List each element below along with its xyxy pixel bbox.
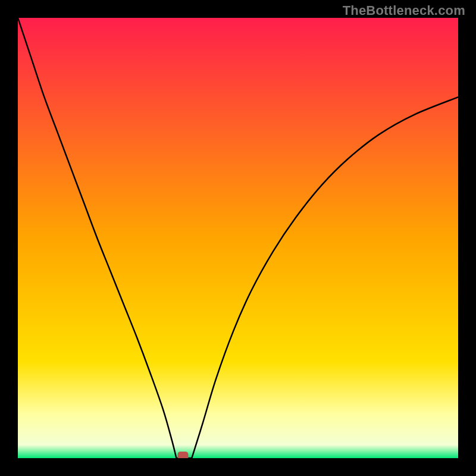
watermark-text: TheBottleneck.com xyxy=(343,3,465,18)
minimum-marker xyxy=(178,452,189,458)
chart-frame: TheBottleneck.com xyxy=(0,0,476,476)
gradient-background xyxy=(18,18,458,458)
bottleneck-chart xyxy=(18,18,458,458)
